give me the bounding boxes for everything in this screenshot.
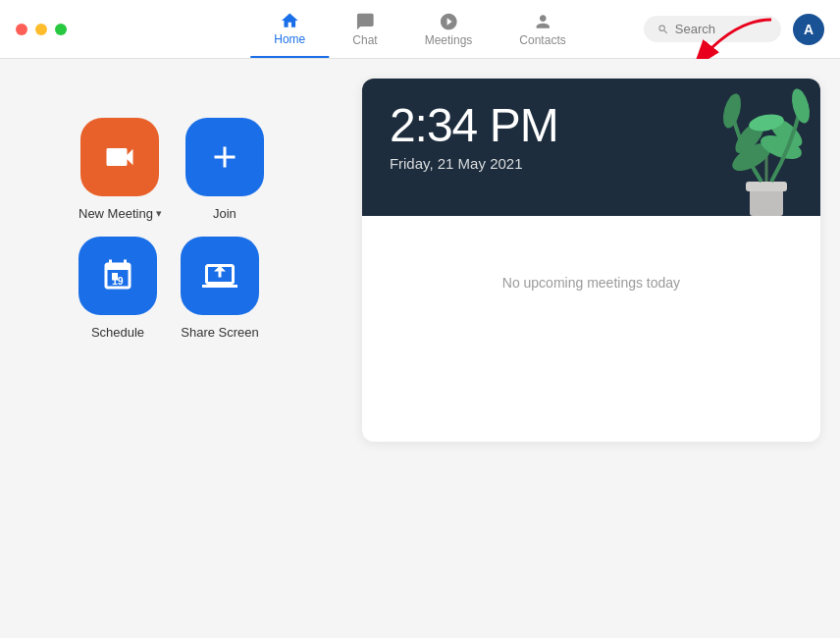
- close-button[interactable]: [16, 24, 27, 35]
- calendar-icon: 19: [100, 258, 135, 293]
- traffic-lights: [16, 24, 67, 35]
- maximize-button[interactable]: [55, 24, 67, 35]
- top-buttons-row: New Meeting ▾ Join: [79, 118, 264, 221]
- plus-icon: [207, 139, 242, 175]
- contacts-icon: [533, 12, 552, 31]
- meetings-icon: [439, 12, 458, 31]
- search-input[interactable]: [675, 22, 767, 36]
- schedule-label: Schedule: [91, 325, 144, 340]
- tab-meetings[interactable]: Meetings: [401, 0, 497, 58]
- svg-text:19: 19: [112, 275, 124, 287]
- share-screen-button[interactable]: [181, 237, 259, 315]
- plant-svg: [712, 79, 820, 216]
- home-icon: [280, 11, 299, 30]
- tab-contacts[interactable]: Contacts: [496, 0, 589, 58]
- video-camera-icon: [102, 139, 137, 175]
- join-wrap[interactable]: Join: [185, 118, 264, 221]
- calendar-header: 2:34 PM Friday, 21 May 2021: [362, 79, 820, 216]
- new-meeting-label: New Meeting ▾: [79, 206, 162, 221]
- tab-home[interactable]: Home: [250, 0, 329, 58]
- title-bar: Home Chat Meetings Contacts: [0, 0, 840, 59]
- no-meetings-text: No upcoming meetings today: [362, 216, 820, 349]
- left-panel: New Meeting ▾ Join: [20, 79, 303, 359]
- join-label: Join: [213, 206, 236, 221]
- right-panel: 2:34 PM Friday, 21 May 2021 No upcoming …: [362, 79, 820, 442]
- svg-rect-3: [746, 182, 787, 191]
- share-screen-label: Share Screen: [181, 325, 259, 340]
- right-controls: A: [644, 14, 824, 45]
- plant-decoration: [712, 79, 820, 216]
- new-meeting-button[interactable]: [80, 118, 159, 196]
- svg-point-10: [789, 87, 814, 126]
- bottom-buttons-row: 19 Schedule Share Screen: [79, 237, 264, 340]
- minimize-button[interactable]: [35, 24, 47, 35]
- schedule-button[interactable]: 19: [79, 237, 157, 315]
- search-icon: [657, 23, 669, 36]
- share-screen-icon: [202, 258, 237, 293]
- schedule-wrap[interactable]: 19 Schedule: [79, 237, 157, 340]
- tab-chat[interactable]: Chat: [329, 0, 400, 58]
- svg-point-11: [720, 92, 745, 131]
- new-meeting-wrap[interactable]: New Meeting ▾: [79, 118, 162, 221]
- new-meeting-dropdown-arrow: ▾: [156, 207, 162, 220]
- main-content: New Meeting ▾ Join: [0, 59, 840, 638]
- share-screen-wrap[interactable]: Share Screen: [181, 237, 259, 340]
- avatar[interactable]: A: [793, 14, 824, 45]
- join-button[interactable]: [185, 118, 264, 196]
- nav-tabs: Home Chat Meetings Contacts: [250, 0, 589, 58]
- search-box[interactable]: [644, 16, 781, 42]
- chat-icon: [355, 12, 375, 31]
